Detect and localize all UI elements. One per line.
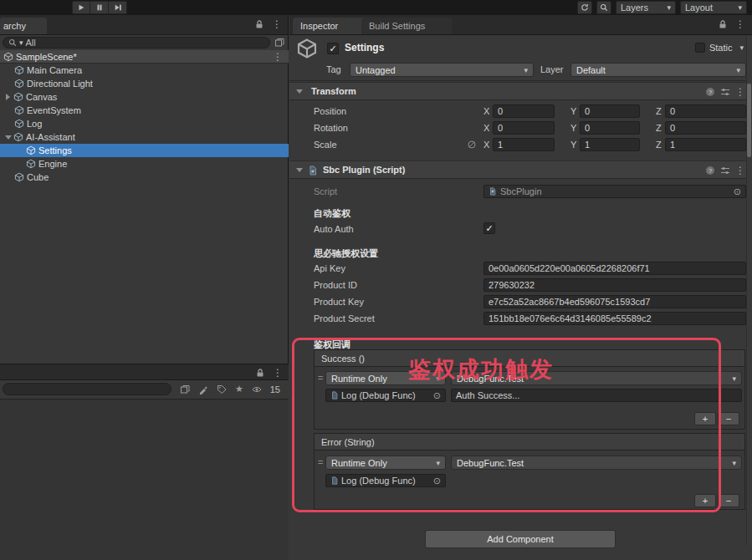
auto-auth-checkbox[interactable]: ✓ <box>483 222 495 234</box>
layout-dropdown[interactable]: Layout ▾ <box>680 1 747 14</box>
object-picker-icon[interactable]: ⊙ <box>433 391 441 400</box>
scale-y-field[interactable]: 1 <box>580 138 640 151</box>
hierarchy-item-label: Settings <box>38 145 72 155</box>
event-function-value: DebugFunc.Test <box>457 374 729 384</box>
tag-label: Tag <box>326 64 341 74</box>
sbc-plugin-title: Sbc Plugin (Script) <box>323 165 405 175</box>
gameobject-cube-icon[interactable] <box>296 38 318 59</box>
success-event-function-dropdown[interactable]: DebugFunc.Test ▾ <box>451 371 742 385</box>
lock-icon[interactable] <box>255 368 265 378</box>
scale-label: Scale <box>314 140 337 150</box>
presets-icon[interactable] <box>720 87 730 97</box>
drag-handle-icon[interactable]: = <box>318 457 323 467</box>
kebab-menu-icon[interactable]: ⋮ <box>272 19 282 29</box>
foldout-expanded-icon[interactable] <box>296 89 303 94</box>
hierarchy-item-engine[interactable]: Engine <box>0 157 289 171</box>
rotation-z-field[interactable]: 0 <box>665 121 746 135</box>
axis-y-label: Y <box>570 106 576 116</box>
position-label: Position <box>314 106 346 116</box>
object-picker-icon[interactable]: ⊙ <box>734 187 741 196</box>
scale-z-field[interactable]: 1 <box>665 138 746 151</box>
kebab-menu-icon[interactable]: ⋮ <box>273 368 283 378</box>
success-event-target-field[interactable]: Log (Debug Func) ⊙ <box>325 389 446 402</box>
presets-icon[interactable] <box>720 165 730 176</box>
lock-icon[interactable] <box>718 19 728 29</box>
label-icon[interactable] <box>217 384 227 395</box>
add-component-button[interactable]: Add Component <box>425 530 616 548</box>
hierarchy-search-input[interactable]: ▾ All <box>3 37 270 48</box>
layers-dropdown[interactable]: Layers ▾ <box>616 1 676 14</box>
open-new-window-icon[interactable] <box>274 38 284 48</box>
help-icon[interactable]: ? <box>705 87 715 97</box>
kebab-menu-icon[interactable]: ⋮ <box>735 87 745 97</box>
product-id-field[interactable]: 279630232 <box>483 278 746 292</box>
tab-hierarchy[interactable]: archy <box>0 18 47 34</box>
kebab-menu-icon[interactable]: ⋮ <box>735 19 745 29</box>
drag-handle-icon[interactable]: = <box>318 373 323 383</box>
scene-header-row[interactable]: SampleScene* ⋮ <box>0 50 289 64</box>
position-x-field[interactable]: 0 <box>493 104 555 118</box>
rotation-y-field[interactable]: 0 <box>580 121 640 135</box>
success-event-mode-dropdown[interactable]: Runtime Only ▾ <box>325 371 446 385</box>
hierarchy-item-main-camera[interactable]: Main Camera <box>0 64 289 77</box>
search-filter-chevron-icon[interactable]: ▾ <box>19 38 23 47</box>
kebab-menu-icon[interactable]: ⋮ <box>735 165 745 176</box>
sbc-plugin-header[interactable]: # Sbc Plugin (Script) ? ⋮ <box>289 160 752 179</box>
bottom-panel-search-input[interactable] <box>3 383 171 395</box>
product-secret-field[interactable]: 151bb18e076e6c64d3146085e55589c2 <box>483 312 746 325</box>
success-event-argument-field[interactable]: Auth Success... <box>451 389 742 402</box>
favorite-star-icon[interactable]: ★ <box>235 384 243 395</box>
error-event-function-dropdown[interactable]: DebugFunc.Test ▾ <box>451 456 742 470</box>
tab-build-settings[interactable]: Build Settings <box>361 18 452 34</box>
static-group: Static ▾ <box>695 43 744 53</box>
error-event-target-field[interactable]: Log (Debug Func) ⊙ <box>325 474 446 487</box>
help-icon[interactable]: ? <box>705 165 715 176</box>
hierarchy-item-log[interactable]: Log <box>0 117 289 130</box>
product-key-field[interactable]: e7c52a52ac8667b4ed596075c1593cd7 <box>483 295 746 308</box>
chevron-down-icon: ▾ <box>738 3 742 12</box>
transform-header[interactable]: Transform ? ⋮ <box>289 82 752 100</box>
pause-button[interactable] <box>90 1 109 14</box>
error-event-mode-dropdown[interactable]: Runtime Only ▾ <box>325 456 446 470</box>
foldout-expanded-icon[interactable] <box>296 168 303 172</box>
layer-dropdown[interactable]: Default ▾ <box>570 63 746 77</box>
hierarchy-item-directional-light[interactable]: Directional Light <box>0 77 289 90</box>
add-event-button[interactable]: + <box>694 412 716 425</box>
position-y-field[interactable]: 0 <box>580 104 640 118</box>
inspector-scrollbar-thumb[interactable] <box>747 84 751 157</box>
foldout-collapsed-icon[interactable] <box>3 94 13 100</box>
static-checkbox[interactable] <box>695 43 705 53</box>
foldout-expanded-icon[interactable] <box>3 135 13 140</box>
script-icon <box>330 391 339 400</box>
object-picker-icon[interactable]: ⊙ <box>433 476 441 486</box>
api-key-field[interactable]: 0e00a0605d220e00a0605d2268206f71 <box>483 262 746 275</box>
rotation-x-field[interactable]: 0 <box>493 121 555 135</box>
scale-x-field[interactable]: 1 <box>493 138 555 151</box>
position-z-field[interactable]: 0 <box>665 104 746 118</box>
tag-dropdown[interactable]: Untagged ▾ <box>350 63 534 77</box>
link-constrain-icon[interactable] <box>467 140 477 150</box>
hierarchy-item-cube[interactable]: Cube <box>0 171 289 184</box>
refresh-button[interactable] <box>577 1 592 14</box>
hierarchy-item-settings-selected[interactable]: Settings <box>0 144 289 157</box>
visibility-eye-icon[interactable] <box>252 384 262 395</box>
active-checkbox[interactable]: ✓ <box>327 43 339 54</box>
remove-event-button[interactable]: − <box>718 494 739 507</box>
axis-y-label: Y <box>570 123 576 133</box>
chevron-down-icon[interactable]: ▾ <box>739 43 744 52</box>
add-event-button[interactable]: + <box>694 494 716 507</box>
search-button[interactable] <box>596 1 611 14</box>
open-new-window-icon[interactable] <box>180 384 190 395</box>
hierarchy-item-canvas[interactable]: Canvas <box>0 90 289 104</box>
play-button[interactable] <box>72 1 90 14</box>
brush-icon[interactable] <box>198 384 208 395</box>
remove-event-button[interactable]: − <box>718 412 739 425</box>
step-button[interactable] <box>109 1 127 14</box>
tab-inspector[interactable]: Inspector <box>293 18 370 34</box>
hierarchy-item-ai-assistant[interactable]: AI-Assistant <box>0 130 289 144</box>
gameobject-name-field[interactable]: Settings <box>345 42 384 53</box>
lock-icon[interactable] <box>254 19 264 29</box>
kebab-menu-icon[interactable]: ⋮ <box>273 52 283 62</box>
hierarchy-item-eventsystem[interactable]: EventSystem <box>0 104 289 117</box>
unity-editor-window: Layers ▾ Layout ▾ archy ⋮ ▾ All <box>0 0 752 560</box>
